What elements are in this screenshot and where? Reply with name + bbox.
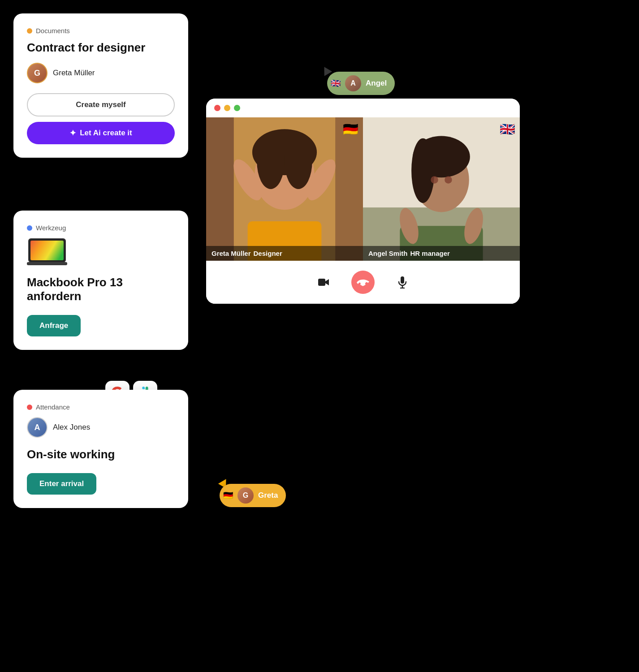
video-grid: 🇩🇪 Greta Müller Designer <box>206 117 520 261</box>
documents-user-name: Greta Müller <box>53 69 95 78</box>
end-call-icon <box>357 278 369 286</box>
cursor-angel <box>322 66 331 73</box>
svg-point-10 <box>285 134 312 189</box>
card-attendance: Attendance A Alex Jones On-site working … <box>13 390 188 508</box>
flag-greta-corner: 🇩🇪 <box>343 122 358 137</box>
svg-rect-26 <box>318 279 325 286</box>
documents-user-row: G Greta Müller <box>27 63 175 83</box>
attendance-badge: Attendance <box>27 403 175 411</box>
ai-button-label: Let Ai create it <box>80 129 132 138</box>
attendance-user-name: Alex Jones <box>53 423 90 432</box>
let-ai-create-button[interactable]: ✦ Let Ai create it <box>27 122 175 144</box>
video-cell-angel: 🇬🇧 Angel Smith HR manager <box>363 117 520 261</box>
svg-point-23 <box>445 176 452 183</box>
window-titlebar <box>206 99 520 117</box>
video-name-angel: Angel Smith HR manager <box>363 246 520 261</box>
angel-flag-icon: 🇬🇧 <box>331 78 341 88</box>
svg-rect-4 <box>206 117 234 261</box>
video-name-greta: Greta Müller Designer <box>206 246 363 261</box>
traffic-dot-red <box>214 105 220 111</box>
werkzeug-badge-label: Werkzeug <box>36 224 66 232</box>
card-werkzeug: Werkzeug Mackbook Pro 13 anfordern Anfra… <box>13 211 188 350</box>
create-myself-button[interactable]: Create myself <box>27 93 175 116</box>
ai-star-icon: ✦ <box>69 128 76 138</box>
tooltip-angel-name: Angel <box>366 79 387 88</box>
documents-badge-label: Documents <box>36 27 70 34</box>
laptop-icon <box>27 238 175 267</box>
svg-point-22 <box>431 176 438 183</box>
video-controls <box>206 261 520 304</box>
attendance-badge-dot <box>27 405 32 410</box>
flag-angel-corner: 🇬🇧 <box>500 122 515 137</box>
svg-point-21 <box>411 138 434 203</box>
tooltip-avatar-greta: G <box>237 487 254 504</box>
documents-title: Contract for designer <box>27 41 175 55</box>
documents-badge: Documents <box>27 27 175 34</box>
svg-rect-5 <box>335 117 363 261</box>
enter-arrival-button[interactable]: Enter arrival <box>27 473 96 495</box>
camera-icon <box>318 277 329 287</box>
camera-button[interactable] <box>312 271 335 294</box>
svg-rect-1 <box>30 241 64 260</box>
video-cell-greta: 🇩🇪 Greta Müller Designer <box>206 117 363 261</box>
svg-point-9 <box>257 134 285 189</box>
traffic-dot-green <box>234 105 240 111</box>
werkzeug-badge-dot <box>27 225 32 231</box>
attendance-title: On-site working <box>27 448 175 461</box>
documents-badge-dot <box>27 28 32 34</box>
mic-icon <box>398 276 407 289</box>
traffic-dot-yellow <box>224 105 230 111</box>
werkzeug-badge: Werkzeug <box>27 224 175 232</box>
tooltip-greta: 🇩🇪 G Greta <box>220 484 286 507</box>
greta-flag-icon: 🇩🇪 <box>223 491 233 500</box>
cursor-arrow-angel <box>320 65 332 76</box>
mic-button[interactable] <box>391 271 414 294</box>
tooltip-angel: 🇬🇧 A Angel <box>327 72 395 95</box>
end-call-button[interactable] <box>351 271 375 294</box>
video-call-window: 🇩🇪 Greta Müller Designer <box>206 99 520 304</box>
svg-rect-27 <box>401 276 404 284</box>
attendance-user-row: A Alex Jones <box>27 417 175 438</box>
anfrage-button[interactable]: Anfrage <box>27 315 81 336</box>
avatar-greta: G <box>27 63 47 83</box>
svg-rect-2 <box>27 262 67 265</box>
avatar-alex: A <box>27 417 47 438</box>
tooltip-avatar-angel: A <box>345 75 361 91</box>
werkzeug-title: Mackbook Pro 13 anfordern <box>27 276 175 303</box>
tooltip-greta-name: Greta <box>258 491 278 500</box>
card-documents: Documents Contract for designer G Greta … <box>13 13 188 158</box>
attendance-badge-label: Attendance <box>36 403 70 411</box>
